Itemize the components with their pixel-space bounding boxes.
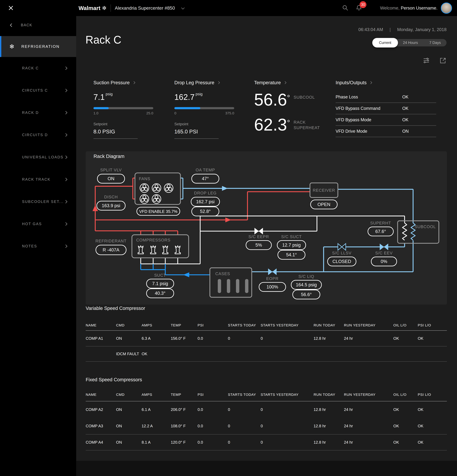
receiver-state-pill: OPEN [318, 202, 330, 207]
tab-current[interactable]: Current [372, 38, 398, 48]
suction-pressure-link[interactable]: Suction Pressure [93, 80, 154, 85]
drop-leg-pressure-link[interactable]: Drop Leg Pressure [174, 80, 235, 85]
toolbar [423, 57, 447, 64]
table-row-comp-a3: COMP A3ON 12.2 A108.0° F 0.00 012.8 hr 2… [86, 418, 447, 434]
username: Person Username. [401, 6, 438, 10]
close-icon[interactable] [8, 5, 14, 11]
variable-compressor-table: NAMECMD AMPSTEMP PSISTARTS TODAY STARTS … [86, 320, 447, 362]
chevron-right-icon [64, 155, 67, 159]
divider [110, 4, 111, 12]
split-vlv-value: ON [108, 176, 114, 181]
chevron-down-icon[interactable] [181, 6, 185, 9]
compressors-box: COMPRESSORS [132, 235, 189, 258]
sidebar-item-label: CIRCUITS D [22, 133, 48, 137]
rack-superheat-reading: 62.3° RACK SUPERHEAT [254, 118, 321, 132]
disch-label: DISCH [104, 195, 118, 199]
receiver-label: RECEIVER [313, 188, 335, 193]
filter-sliders-icon[interactable] [423, 57, 430, 64]
io-row-vfd-bypass-command: VFD Bypass CommandOK [336, 103, 436, 114]
sidebar-item-rack-d[interactable]: RACK D [0, 102, 76, 124]
suction-progress-track [93, 107, 153, 109]
sidebar-item-universal-loads[interactable]: UNIVERSAL LOADS [0, 146, 76, 168]
oa-temp-indicator: OA TEMP 47° [192, 168, 219, 183]
notifications-bell-icon[interactable]: 30 [355, 4, 362, 12]
tab-7-days[interactable]: 7 Days [424, 39, 447, 46]
drop-leg-indicator: DROP LEG 162.7 psi 52.8° [191, 191, 220, 216]
superht-label: SUPERHT [370, 221, 391, 225]
fixed-compressor-table: NAMECMD AMPSTEMP PSISTARTS TODAY STARTS … [86, 388, 447, 450]
sidebar-item-hot-gas[interactable]: HOT GAS [0, 213, 76, 235]
flow-arrow-right [222, 186, 228, 191]
external-link-icon[interactable] [439, 57, 447, 64]
sc-liq-temp: 56.6° [301, 292, 312, 297]
cases-box: CASES [210, 268, 252, 297]
time-range-toggle: Current 24 Hours 7 Days [372, 39, 447, 46]
sidebar-item-label: CIRCUITS C [22, 88, 48, 93]
walmart-logo: Walmart [78, 5, 101, 11]
setpoint-underline [93, 138, 138, 139]
table-row-comp-a4: COMP A4ON 8.1 A120.0° F 0.00 012.8 hr 24… [86, 434, 447, 450]
chevron-right-icon [132, 81, 135, 84]
tab-24-hours[interactable]: 24 Hours [397, 39, 424, 46]
sidebar-item-refrigeration[interactable]: ❄ REFRIGERATION [0, 36, 76, 57]
temperature-card: Temperature 56.6° SUBCOOL 62.3° RACK SUP… [254, 80, 330, 85]
inputs-outputs-link[interactable]: Inputs/Outputs [336, 80, 436, 85]
flow-arrow-right [225, 218, 231, 222]
sidebar-item-rack-c[interactable]: RACK C [0, 57, 76, 79]
sidebar-item-label: SUBCOOLER SET... [22, 200, 64, 204]
io-list: Phase LossOK VFD Bypass CommandOK VFD By… [336, 91, 436, 137]
eopr-label: EOPR [266, 276, 279, 281]
sc-llsv-valve-icon [338, 244, 346, 250]
sc-eepr-value: 5% [255, 242, 262, 247]
sidebar-item-circuits-c[interactable]: CIRCUITS C [0, 79, 76, 102]
refrigerant-indicator: REFRIDERANT R -407A [95, 239, 127, 255]
back-button[interactable]: BACK [0, 16, 76, 27]
notification-badge: 30 [360, 1, 366, 8]
suction-pressure-value: 7.1psig [93, 92, 113, 102]
compressors-label: COMPRESSORS [136, 238, 170, 242]
setpoint-label: Setpoint [174, 122, 188, 126]
page-title: Rack C [85, 34, 121, 46]
store-selector-label[interactable]: Alexandria Supercenter #850 [115, 6, 175, 11]
search-icon[interactable] [342, 5, 349, 12]
metric-title: Temperature [254, 80, 281, 85]
chevron-right-icon [283, 81, 286, 84]
io-row-vfd-drive-mode: VFD Drive ModeON [336, 126, 436, 137]
sidebar-item-rack-track[interactable]: RACK TRACK [0, 168, 76, 190]
table-row-comp-a1: COMP A1ON 6.3 A156.0° F 0.00 012.8 hr 24… [86, 331, 447, 346]
chevron-right-icon [217, 81, 220, 84]
sc-liq-indicator: S/C LIQ 164.5 psig 56.6° [291, 274, 322, 299]
setpoint-label: Setpoint [93, 122, 107, 126]
disch-indicator: DISCH 163.9 psi [97, 195, 125, 210]
table-header-row: NAMECMD AMPSTEMP PSISTARTS TODAY STARTS … [86, 388, 447, 401]
eopr-indicator: EOPR 100% [259, 276, 286, 291]
superht-indicator: SUPERHT 67.6° [368, 221, 393, 236]
sc-eepr-indicator: S/C EEPR 5% [246, 234, 271, 250]
vfd-enable-value: VFD ENABLE 35.7% [139, 209, 178, 214]
subcool-tag: SUBCOOL [294, 94, 315, 100]
chevron-right-icon [64, 222, 67, 226]
chevron-right-icon [64, 244, 67, 248]
sc-suct-temp: 54.1° [286, 252, 297, 257]
back-chevron-icon [10, 23, 14, 27]
sc-eev-value: 0% [381, 259, 387, 264]
chevron-right-icon [64, 89, 67, 92]
fans-label: FANS [139, 177, 150, 181]
suct-pressure: 7.1 psig [152, 281, 168, 286]
sidebar-item-label: RACK C [22, 66, 39, 70]
fans-box: FANS [135, 173, 180, 204]
sc-eev-indicator: S/C EEV 0% [371, 251, 397, 266]
subcool-label: SUBCOOL [415, 224, 436, 229]
sidebar-item-circuits-d[interactable]: CIRCUITS D [0, 124, 76, 146]
sidebar-item-subcooler-set[interactable]: SUBCOOLER SET... [0, 190, 76, 213]
setpoint-value[interactable]: 165.0 PSI [174, 128, 198, 135]
setpoint-value[interactable]: 8.0 PSIG [93, 128, 115, 135]
suct-indicator: SUCT 7.1 psig 40.3° [146, 273, 174, 298]
sidebar-item-label: UNIVERSAL LOADS [22, 155, 63, 159]
sidebar-item-notes[interactable]: NOTES [0, 235, 76, 257]
avatar[interactable] [441, 2, 452, 14]
welcome-prefix: Welcome, [380, 6, 399, 10]
sc-eev-label: S/C EEV [375, 251, 393, 255]
temperature-link[interactable]: Temperature [254, 80, 330, 85]
split-vlv-indicator: SPLIT VLV ON [97, 168, 125, 183]
